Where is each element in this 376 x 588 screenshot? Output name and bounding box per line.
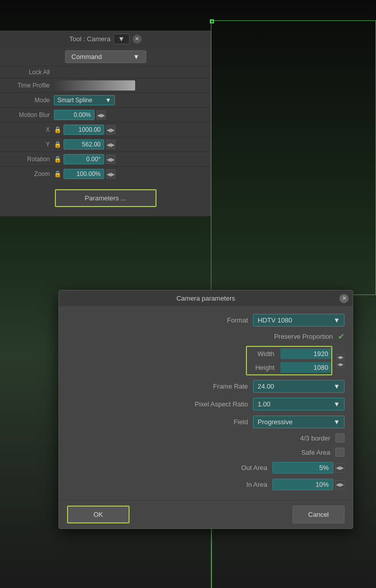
- in-area-label: In Area: [196, 481, 267, 488]
- pixel-aspect-dropdown[interactable]: 1.00 ▼: [253, 398, 344, 410]
- pixel-aspect-arrow: ▼: [333, 400, 340, 408]
- y-lock-icon: 🔒: [54, 141, 61, 148]
- cancel-button[interactable]: Cancel: [293, 506, 344, 523]
- width-arrow-btn[interactable]: ◀▶: [336, 354, 344, 360]
- command-dropdown[interactable]: Command ▼: [65, 50, 146, 63]
- command-label: Command: [72, 53, 102, 61]
- in-area-row: In Area ◀▶: [67, 476, 344, 493]
- border-row: 4/3 border: [67, 431, 344, 445]
- frame-rate-label: Frame Rate: [177, 383, 248, 390]
- tool-close-btn[interactable]: ✕: [133, 35, 142, 44]
- time-profile-label: Time Profile: [4, 82, 50, 89]
- height-row: Height: [247, 361, 331, 374]
- preserve-checkmark[interactable]: ✔: [338, 332, 344, 341]
- mode-row: Mode Smart Spline ▼: [0, 93, 211, 107]
- dialog-footer: OK Cancel: [59, 500, 353, 528]
- zoom-value[interactable]: 100.00%: [64, 169, 104, 179]
- dialog-title: Camera parameters: [176, 295, 235, 302]
- rotation-lock-icon: 🔒: [54, 156, 61, 163]
- format-dropdown-arrow: ▼: [333, 316, 340, 324]
- y-value[interactable]: 562.00: [64, 139, 104, 150]
- rotation-arrows[interactable]: ◀▶: [106, 155, 115, 164]
- field-dropdown[interactable]: Progressive ▼: [253, 416, 344, 428]
- time-profile-row: Time Profile: [0, 78, 211, 93]
- format-value: HDTV 1080: [258, 316, 292, 324]
- zoom-label: Zoom: [4, 170, 50, 178]
- border-checkbox[interactable]: [335, 433, 344, 443]
- format-row: Format HDTV 1080 ▼: [67, 311, 344, 329]
- wh-side-arrows: ◀▶ ◀▶: [336, 354, 344, 368]
- out-area-row: Out Area ◀▶: [67, 459, 344, 476]
- mode-arrow-icon: ▼: [105, 97, 111, 104]
- dialog-header: Camera parameters ✕: [59, 290, 353, 306]
- wh-section: Width Height ◀▶ ◀▶: [67, 344, 344, 377]
- mode-label: Mode: [4, 97, 50, 104]
- field-label: Field: [177, 418, 248, 426]
- format-dropdown[interactable]: HDTV 1080 ▼: [253, 314, 344, 327]
- zoom-arrows[interactable]: ◀▶: [106, 169, 115, 179]
- frame-rate-dropdown[interactable]: 24.00 ▼: [253, 380, 344, 393]
- safe-area-checkbox[interactable]: [335, 448, 344, 457]
- y-label: Y: [4, 141, 50, 148]
- pixel-aspect-row: Pixel Aspect Ratio 1.00 ▼: [67, 395, 344, 413]
- out-area-label: Out Area: [196, 464, 267, 472]
- preserve-row: Preserve Proportion ✔: [67, 329, 344, 344]
- ok-button[interactable]: OK: [67, 506, 130, 523]
- width-row: Width: [247, 347, 331, 361]
- viewport-corner: [210, 19, 214, 23]
- field-value: Progressive: [258, 418, 293, 426]
- border-label: 4/3 border: [259, 434, 330, 442]
- frame-rate-row: Frame Rate 24.00 ▼: [67, 377, 344, 395]
- frame-rate-value: 24.00: [258, 383, 274, 390]
- in-area-input[interactable]: [272, 479, 333, 490]
- width-input[interactable]: [280, 348, 331, 359]
- rotation-value[interactable]: 0.00°: [64, 154, 104, 164]
- mode-value: Smart Spline: [57, 97, 92, 104]
- zoom-row: Zoom 🔒 100.00% ◀▶: [0, 166, 211, 181]
- x-arrows[interactable]: ◀▶: [106, 125, 115, 134]
- y-row: Y 🔒 562.00 ◀▶: [0, 137, 211, 152]
- field-row: Field Progressive ▼: [67, 413, 344, 431]
- height-label: Height: [247, 362, 277, 373]
- in-area-arrows[interactable]: ◀▶: [335, 480, 344, 489]
- out-area-arrows[interactable]: ◀▶: [335, 463, 344, 473]
- frame-rate-arrow: ▼: [333, 383, 340, 390]
- mode-dropdown[interactable]: Smart Spline ▼: [54, 95, 115, 105]
- parameters-button[interactable]: Parameters ...: [55, 189, 156, 207]
- x-row: X 🔒 1000.00 ◀▶: [0, 122, 211, 137]
- height-arrow-btn[interactable]: ◀▶: [336, 361, 344, 367]
- motion-blur-value: 0.00%: [54, 110, 95, 120]
- safe-area-label: Safe Area: [259, 449, 330, 456]
- width-label: Width: [247, 348, 277, 359]
- motion-blur-row: Motion Blur 0.00% ◀▶: [0, 107, 211, 122]
- tool-title: Tool : Camera: [69, 35, 110, 43]
- height-input[interactable]: [280, 362, 331, 373]
- pixel-aspect-label: Pixel Aspect Ratio: [177, 400, 248, 408]
- time-profile-bar: [54, 80, 135, 91]
- camera-parameters-dialog: Camera parameters ✕ Format HDTV 1080 ▼ P…: [58, 290, 353, 529]
- safe-area-row: Safe Area: [67, 445, 344, 459]
- pixel-aspect-value: 1.00: [258, 400, 270, 408]
- lock-all-label: Lock All: [4, 69, 50, 76]
- wh-group: Width Height: [246, 346, 332, 375]
- dialog-close-btn[interactable]: ✕: [339, 294, 349, 303]
- tool-header: Tool : Camera ▼ ✕: [0, 31, 211, 47]
- command-dropdown-arrow: ▼: [133, 53, 140, 61]
- motion-blur-arrows[interactable]: ◀▶: [97, 110, 106, 120]
- x-value[interactable]: 1000.00: [64, 125, 104, 135]
- format-label: Format: [177, 316, 248, 324]
- dropdown-arrow-icon: ▼: [118, 35, 124, 43]
- lock-all-row: Lock All: [0, 66, 211, 78]
- rotation-label: Rotation: [4, 156, 50, 163]
- zoom-lock-icon: 🔒: [54, 170, 61, 178]
- tool-panel: Tool : Camera ▼ ✕ Command ▼ Lock All Tim…: [0, 31, 211, 217]
- field-arrow: ▼: [333, 418, 340, 426]
- motion-blur-label: Motion Blur: [4, 111, 50, 119]
- dialog-body: Format HDTV 1080 ▼ Preserve Proportion ✔…: [59, 306, 353, 498]
- out-area-input[interactable]: [272, 462, 333, 474]
- preserve-label: Preserve Proportion: [262, 333, 333, 340]
- x-label: X: [4, 126, 50, 133]
- rotation-row: Rotation 🔒 0.00° ◀▶: [0, 152, 211, 166]
- tool-dropdown-btn[interactable]: ▼: [113, 34, 129, 44]
- y-arrows[interactable]: ◀▶: [106, 140, 115, 149]
